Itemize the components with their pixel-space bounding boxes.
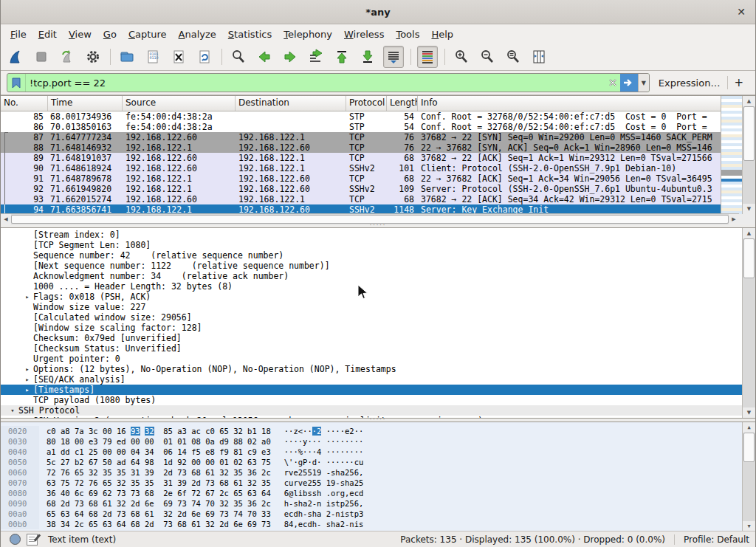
hex-ascii[interactable]: ···%···4 ········ (284, 447, 364, 457)
display-filter-input[interactable]: !tcp.port == 22 ▼ (7, 73, 650, 92)
resize-columns-button[interactable] (529, 46, 549, 68)
restart-capture-button[interactable] (57, 46, 78, 68)
menu-go[interactable]: Go (98, 27, 122, 42)
detail-line[interactable]: [Window size scaling factor: 128] (1, 323, 755, 333)
capture-options-button[interactable] (83, 46, 103, 68)
scroll-down-icon[interactable]: ▼ (743, 521, 755, 531)
column-header-time[interactable]: Time (48, 96, 123, 111)
expert-info-icon[interactable] (10, 534, 21, 545)
menu-file[interactable]: File (5, 27, 32, 42)
menu-edit[interactable]: Edit (33, 27, 62, 42)
scroll-left-icon[interactable]: ◀ (1, 214, 11, 224)
zoom-in-button[interactable] (451, 46, 472, 68)
packet-row-91[interactable]: 9171.648789678192.168.122.1192.168.122.6… (1, 173, 724, 184)
packet-list-hscrollbar[interactable]: ◀ ▶ (1, 213, 739, 224)
zoom-reset-button[interactable] (503, 46, 523, 68)
scrollbar-track[interactable] (743, 462, 755, 521)
go-to-first-button[interactable] (331, 46, 352, 68)
detail-line[interactable]: TCP payload (1080 bytes) (1, 395, 755, 405)
packet-row-86[interactable]: 8670.013850163fe:54:00:d4:38:2aSTP54Conf… (1, 122, 724, 132)
detail-line[interactable]: [TCP Segment Len: 1080] (1, 240, 755, 250)
menu-view[interactable]: View (63, 27, 97, 42)
hex-bytes[interactable]: 65 63 64 68 2d 73 68 61 32 2d 6e 69 73 7… (47, 509, 271, 519)
filter-apply-icon[interactable] (620, 74, 638, 92)
hex-bytes[interactable]: 68 2d 73 68 61 32 2d 6e 69 73 74 70 32 3… (47, 498, 271, 509)
menu-help[interactable]: Help (426, 27, 458, 42)
hex-bytes[interactable]: 72 76 65 32 35 35 31 39 2d 73 68 61 32 3… (47, 467, 271, 478)
scrollbar-thumb[interactable] (743, 106, 755, 161)
column-header-source[interactable]: Source (123, 96, 236, 111)
packet-minimap[interactable] (721, 96, 742, 214)
menu-wireless[interactable]: Wireless (339, 27, 389, 42)
colorize-button[interactable] (417, 46, 438, 68)
hex-row-0040[interactable]: 0040a1 dd c1 25 00 00 04 34 06 14 f5 e8 … (1, 447, 755, 457)
scroll-up-icon[interactable]: ▲ (743, 228, 755, 238)
detail-line[interactable]: [Next sequence number: 1122 (relative se… (1, 261, 755, 271)
detail-line[interactable]: ▸Flags: 0x018 (PSH, ACK) (1, 292, 755, 302)
close-file-button[interactable] (168, 46, 189, 68)
collapsed-arrow-icon[interactable]: ▸ (21, 292, 33, 302)
filter-clear-icon[interactable] (605, 74, 620, 92)
scroll-down-icon[interactable]: ▼ (743, 407, 755, 418)
detail-line[interactable]: [Checksum Status: Unverified] (1, 343, 755, 354)
capture-comment-icon[interactable] (27, 534, 38, 546)
detail-line[interactable]: [Calculated window size: 29056] (1, 312, 755, 323)
scrollbar-thumb[interactable] (743, 238, 755, 278)
scroll-down-icon[interactable]: ▼ (743, 204, 755, 214)
hex-ascii[interactable]: ecdh-sha 2-nistp3 (284, 509, 364, 519)
detail-vscrollbar[interactable]: ▲ ▼ (742, 228, 755, 418)
auto-scroll-button[interactable] (383, 46, 404, 68)
hex-bytes[interactable]: a1 dd c1 25 00 00 04 34 06 14 f5 e8 f9 8… (47, 447, 271, 457)
bytes-vscrollbar[interactable]: ▲ ▼ (742, 422, 755, 531)
column-header-destination[interactable]: Destination (236, 96, 346, 111)
hex-ascii[interactable]: 84,ecdh- sha2-nis (284, 519, 364, 529)
hex-bytes[interactable]: 63 75 72 76 65 32 35 35 31 39 2d 73 68 6… (47, 478, 271, 488)
reload-file-button[interactable] (194, 46, 215, 68)
menu-telephony[interactable]: Telephony (278, 27, 337, 42)
hex-ascii[interactable]: \'·gP·d· ······cu (284, 457, 364, 467)
filter-value[interactable]: !tcp.port == 22 (26, 74, 605, 92)
expression-button[interactable]: Expression… (659, 78, 721, 89)
go-forward-button[interactable] (280, 46, 300, 68)
detail-line[interactable]: ▸SSH Version 2 (encryption:chacha20-poly… (1, 416, 755, 419)
detail-line[interactable]: ▸[SEQ/ACK analysis] (1, 374, 755, 385)
scrollbar-track[interactable] (743, 161, 755, 204)
scrollbar-track[interactable] (743, 278, 755, 407)
scrollbar-thumb[interactable] (11, 215, 729, 224)
packet-list-vscrollbar[interactable]: ▲ ▼ (742, 96, 755, 214)
packet-row-85[interactable]: 8568.001734936fe:54:00:d4:38:2aSTP54Conf… (1, 111, 724, 122)
save-file-button[interactable]: 01010110 (142, 46, 163, 68)
menu-statistics[interactable]: Statistics (223, 27, 277, 42)
open-file-button[interactable] (117, 46, 137, 68)
packet-row-89[interactable]: 8971.648191037192.168.122.60192.168.122.… (1, 153, 724, 163)
detail-line[interactable]: Sequence number: 42 (relative sequence n… (1, 250, 755, 261)
add-filter-button[interactable]: + (727, 76, 749, 89)
start-capture-button[interactable] (5, 46, 26, 68)
hex-ascii[interactable]: rve25519 -sha256, (284, 467, 364, 478)
menu-tools[interactable]: Tools (391, 27, 425, 42)
detail-line[interactable]: ▸Options: (12 bytes), No-Operation (NOP)… (1, 364, 755, 374)
hex-row-0060[interactable]: 006072 76 65 32 35 35 31 39 2d 73 68 61 … (1, 467, 755, 478)
detail-line[interactable]: Checksum: 0x79ed [unverified] (1, 333, 755, 343)
filter-history-caret[interactable]: ▼ (638, 74, 649, 92)
packet-row-88[interactable]: 8871.648146932192.168.122.1192.168.122.6… (1, 142, 724, 153)
hex-ascii[interactable]: curve255 19-sha25 (284, 478, 364, 488)
column-header-protocol[interactable]: Protocol (346, 96, 387, 111)
scroll-up-icon[interactable]: ▲ (743, 422, 755, 433)
go-to-last-button[interactable] (357, 46, 378, 68)
hex-row-0020[interactable]: 0020c0 a8 7a 3c 00 16 93 32 85 a3 ac c0 … (1, 426, 755, 436)
collapsed-arrow-icon[interactable]: ▸ (21, 385, 33, 395)
detail-line[interactable]: 1000 .... = Header Length: 32 bytes (8) (1, 281, 755, 292)
profile-text[interactable]: Profile: Default (684, 534, 749, 545)
go-to-packet-button[interactable] (306, 46, 326, 68)
hex-row-0070[interactable]: 007063 75 72 76 65 32 35 35 31 39 2d 73 … (1, 478, 755, 488)
scrollbar-thumb[interactable] (743, 433, 755, 462)
collapsed-arrow-icon[interactable]: ▸ (21, 374, 33, 385)
stop-capture-button[interactable] (31, 46, 52, 68)
zoom-out-button[interactable] (477, 46, 498, 68)
hex-row-0080[interactable]: 008036 40 6c 69 62 73 73 68 2e 6f 72 67 … (1, 488, 755, 498)
detail-line[interactable]: ▾SSH Protocol (1, 405, 755, 416)
packet-row-92[interactable]: 9271.661949820192.168.122.1192.168.122.6… (1, 184, 724, 194)
menu-analyze[interactable]: Analyze (173, 27, 221, 42)
hex-bytes[interactable]: 80 18 00 e3 79 ed 00 00 01 01 08 0a d9 8… (47, 436, 271, 447)
